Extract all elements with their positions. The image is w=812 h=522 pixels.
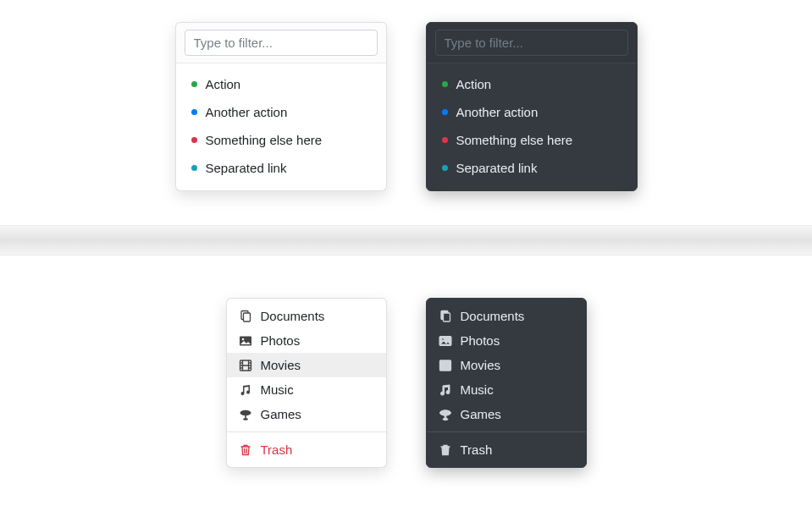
menu-item-label: Documents	[261, 309, 325, 323]
status-dot-icon	[442, 165, 448, 171]
image-icon	[239, 334, 252, 348]
icon-menu-light: Documents Photos Movies Music Games	[226, 298, 387, 468]
filter-dropdown-dark: Action Another action Something else her…	[426, 22, 638, 191]
dropdown-item-label: Separated link	[456, 161, 538, 175]
dropdown-item-another-action[interactable]: Another action	[176, 98, 386, 126]
menu-item-label: Games	[461, 407, 501, 421]
status-dot-icon	[191, 165, 197, 171]
menu-item-label: Trash	[261, 442, 293, 457]
menu-item-movies[interactable]: Movies	[227, 353, 386, 377]
dropdown-item-label: Another action	[206, 105, 288, 119]
dropdown-item-action[interactable]: Action	[427, 70, 637, 98]
menu-item-label: Movies	[261, 358, 301, 372]
dropdown-item-label: Action	[206, 77, 241, 91]
menu-item-documents[interactable]: Documents	[227, 304, 386, 328]
svg-point-31	[443, 418, 448, 420]
svg-rect-1	[243, 313, 250, 321]
menu-item-label: Movies	[461, 358, 501, 372]
filter-dropdown-list: Action Another action Something else her…	[176, 63, 386, 190]
icon-menu-section: Documents Photos Movies Music Games	[0, 256, 812, 510]
film-icon	[439, 359, 452, 372]
menu-item-music[interactable]: Music	[427, 377, 586, 402]
menu-item-label: Music	[461, 382, 494, 397]
menu-item-label: Documents	[461, 309, 525, 323]
filter-dropdown-header	[427, 23, 637, 63]
section-divider	[0, 225, 812, 256]
menu-item-music[interactable]: Music	[227, 377, 386, 402]
copy-icon	[439, 310, 452, 323]
filter-input[interactable]	[435, 30, 628, 56]
svg-point-3	[241, 338, 244, 340]
dropdown-item-label: Action	[456, 77, 492, 91]
filter-dropdown-section: Action Another action Something else her…	[0, 0, 812, 225]
trash-icon	[239, 443, 252, 457]
menu-separator	[427, 431, 586, 432]
gamepad-icon	[439, 408, 452, 421]
film-icon	[239, 359, 252, 372]
dropdown-item-label: Separated link	[206, 161, 287, 175]
menu-item-label: Music	[261, 382, 294, 397]
image-icon	[439, 334, 452, 348]
menu-separator	[227, 431, 386, 432]
menu-item-documents[interactable]: Documents	[427, 304, 586, 328]
dropdown-item-something-else[interactable]: Something else here	[176, 126, 386, 154]
menu-item-games[interactable]: Games	[427, 402, 586, 426]
menu-item-photos[interactable]: Photos	[227, 328, 386, 353]
dropdown-item-separated-link[interactable]: Separated link	[427, 154, 637, 182]
copy-icon	[239, 310, 252, 323]
svg-rect-13	[245, 415, 246, 419]
music-icon	[239, 383, 252, 397]
icon-menu-dark: Documents Photos Movies Music Games	[426, 298, 587, 468]
menu-item-trash[interactable]: Trash	[227, 437, 386, 462]
filter-dropdown-header	[176, 23, 386, 63]
menu-item-photos[interactable]: Photos	[427, 328, 586, 353]
menu-item-label: Photos	[461, 333, 500, 348]
status-dot-icon	[191, 109, 197, 115]
status-dot-icon	[191, 137, 197, 143]
svg-point-20	[441, 338, 444, 340]
filter-dropdown-light: Action Another action Something else her…	[175, 22, 387, 191]
menu-item-movies[interactable]: Movies	[427, 353, 586, 377]
music-icon	[439, 383, 452, 397]
dropdown-item-label: Something else here	[456, 133, 573, 147]
menu-item-games[interactable]: Games	[227, 402, 386, 426]
menu-item-label: Trash	[461, 442, 493, 457]
status-dot-icon	[442, 81, 448, 87]
menu-item-trash[interactable]: Trash	[427, 437, 586, 462]
svg-rect-18	[443, 313, 450, 321]
dropdown-item-label: Another action	[456, 105, 539, 119]
status-dot-icon	[191, 81, 197, 87]
menu-item-label: Games	[261, 407, 301, 421]
gamepad-icon	[239, 408, 252, 421]
status-dot-icon	[442, 137, 448, 143]
filter-input[interactable]	[185, 30, 378, 56]
dropdown-item-separated-link[interactable]: Separated link	[176, 154, 386, 182]
trash-icon	[439, 443, 452, 457]
dropdown-item-something-else[interactable]: Something else here	[427, 126, 637, 154]
filter-dropdown-list: Action Another action Something else her…	[427, 63, 637, 190]
menu-item-label: Photos	[261, 333, 301, 348]
dropdown-item-another-action[interactable]: Another action	[427, 98, 637, 126]
dropdown-item-action[interactable]: Action	[176, 70, 386, 98]
dropdown-item-label: Something else here	[206, 133, 323, 147]
status-dot-icon	[442, 109, 448, 115]
svg-point-14	[243, 418, 248, 420]
